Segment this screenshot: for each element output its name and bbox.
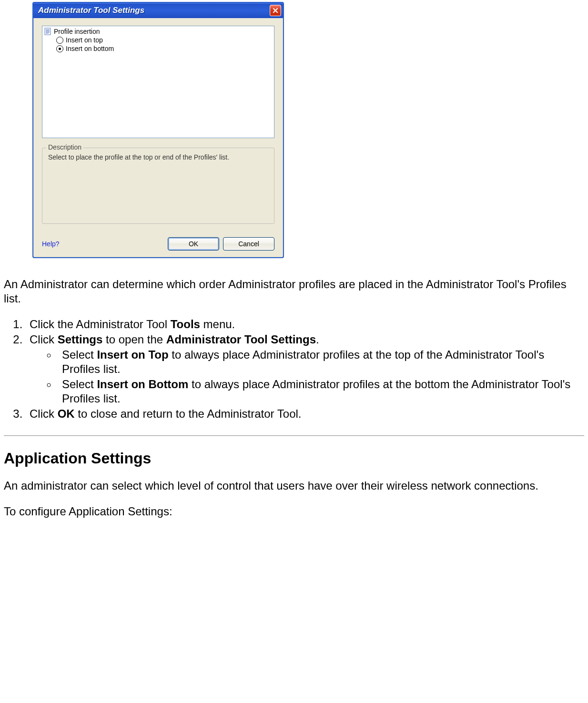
bold-text: Tools: [171, 318, 200, 331]
section-lead: To configure Application Settings:: [4, 504, 584, 519]
text: Click: [30, 407, 58, 420]
list-item: Select Insert on Top to always place Adm…: [57, 348, 584, 376]
list-item: Click the Administrator Tool Tools menu.: [26, 317, 584, 331]
option-top-label: Insert on top: [66, 36, 103, 44]
steps-list: Click the Administrator Tool Tools menu.…: [26, 317, 584, 421]
ok-button[interactable]: OK: [168, 237, 219, 251]
tree-option-insert-on-bottom[interactable]: Insert on bottom: [44, 44, 273, 53]
option-bottom-label: Insert on bottom: [66, 44, 114, 53]
list-item: Select Insert on Bottom to always place …: [57, 377, 584, 406]
cancel-button[interactable]: Cancel: [223, 237, 274, 251]
sub-list: Select Insert on Top to always place Adm…: [57, 348, 584, 406]
window-title: Administrator Tool Settings: [38, 6, 144, 15]
text: Click the Administrator Tool: [30, 318, 171, 331]
text: Click: [30, 333, 58, 346]
section-heading: Application Settings: [4, 450, 584, 467]
tree-root-label: Profile insertion: [54, 27, 100, 36]
text: Select: [62, 348, 97, 361]
list-item: Click OK to close and return to the Admi…: [26, 407, 584, 421]
text: .: [316, 333, 319, 346]
text: to open the: [102, 333, 166, 346]
bold-text: OK: [58, 407, 75, 420]
text: menu.: [200, 318, 235, 331]
bold-text: Settings: [58, 333, 103, 346]
settings-tree[interactable]: Profile insertion Insert on top Insert o…: [42, 26, 274, 138]
dialog-body: Profile insertion Insert on top Insert o…: [33, 18, 283, 257]
description-legend: Description: [46, 143, 83, 151]
intro-paragraph: An Administrator can determine which ord…: [4, 277, 584, 306]
section-paragraph: An administrator can select which level …: [4, 479, 584, 493]
dialog-footer: Help? OK Cancel: [42, 237, 274, 251]
tree-option-insert-on-top[interactable]: Insert on top: [44, 36, 273, 44]
close-button[interactable]: [270, 5, 281, 16]
description-text: Select to place the profile at the top o…: [48, 153, 268, 161]
close-icon: [273, 8, 278, 13]
help-link[interactable]: Help?: [42, 240, 60, 248]
text: to close and return to the Administrator…: [75, 407, 302, 420]
list-item: Click Settings to open the Administrator…: [26, 332, 584, 406]
text: Select: [62, 378, 97, 391]
description-group: Description Select to place the profile …: [42, 148, 274, 224]
document-icon: [44, 28, 51, 35]
bold-text: Insert on Bottom: [97, 378, 188, 391]
tree-root-profile-insertion[interactable]: Profile insertion: [44, 27, 273, 36]
bold-text: Insert on Top: [97, 348, 168, 361]
bold-text: Administrator Tool Settings: [166, 333, 316, 346]
radio-unchecked-icon: [56, 37, 63, 44]
section-divider: [4, 435, 584, 436]
radio-checked-icon: [56, 45, 63, 52]
dialog-window: Administrator Tool Settings: [32, 2, 284, 258]
titlebar: Administrator Tool Settings: [33, 3, 283, 18]
